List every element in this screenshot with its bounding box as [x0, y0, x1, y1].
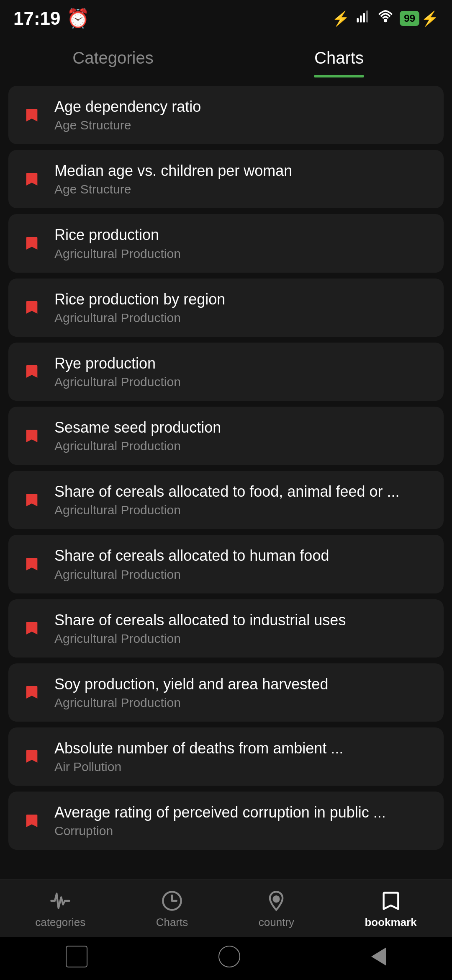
bookmark-icon [22, 809, 42, 833]
bookmark-icon [22, 359, 42, 384]
time-display: 17:19 [13, 8, 61, 29]
list-item[interactable]: Rice production Agricultural Production [8, 214, 444, 272]
nav-item-bookmark[interactable]: bookmark [365, 890, 416, 929]
chart-item-title: Share of cereals allocated to industrial… [54, 611, 346, 629]
chart-item-category: Agricultural Production [54, 247, 181, 261]
chart-item-title: Soy production, yield and area harvested [54, 675, 328, 693]
pulse-icon [49, 890, 71, 912]
location-icon [265, 890, 287, 912]
status-bar: 17:19 ⏰ ⚡ 99 ⚡ [0, 0, 452, 34]
svg-rect-1 [360, 15, 362, 23]
bookmark-icon [22, 167, 42, 191]
chart-item-category: Age Structure [54, 182, 292, 196]
system-nav-back[interactable] [371, 947, 386, 966]
tab-categories[interactable]: Categories [0, 42, 226, 77]
chart-icon [161, 890, 183, 912]
svg-point-4 [385, 20, 387, 22]
chart-item-category: Agricultural Production [54, 439, 221, 453]
list-item[interactable]: Median age vs. children per woman Age St… [8, 150, 444, 208]
chart-item-title: Rice production [54, 226, 181, 244]
chart-item-category: Agricultural Production [54, 567, 329, 582]
list-item[interactable]: Age dependency ratio Age Structure [8, 86, 444, 144]
top-tabs: Categories Charts [0, 34, 452, 77]
battery-charging-icon: ⚡ [421, 10, 439, 27]
bookmark-icon [22, 680, 42, 704]
chart-item-category: Agricultural Production [54, 503, 399, 517]
signal-icon [356, 9, 371, 28]
list-item[interactable]: Share of cereals allocated to human food… [8, 535, 444, 593]
bottom-nav: categories Charts country bookmark [0, 879, 452, 937]
svg-rect-0 [357, 18, 359, 23]
chart-item-category: Agricultural Production [54, 696, 328, 710]
svg-rect-2 [363, 13, 365, 23]
chart-item-title: Share of cereals allocated to food, anim… [54, 482, 399, 500]
chart-item-title: Age dependency ratio [54, 98, 201, 116]
chart-item-title: Sesame seed production [54, 418, 221, 436]
bookmark-icon [22, 552, 42, 576]
chart-item-category: Agricultural Production [54, 375, 181, 389]
bookmark-icon [22, 295, 42, 320]
chart-item-title: Rice production by region [54, 290, 225, 308]
chart-item-title: Absolute number of deaths from ambient .… [54, 739, 343, 757]
system-nav-bar [0, 937, 452, 980]
list-item[interactable]: Rice production by region Agricultural P… [8, 279, 444, 337]
chart-list-content: Age dependency ratio Age Structure Media… [0, 77, 452, 879]
bookmark-icon [22, 616, 42, 640]
tab-charts[interactable]: Charts [226, 42, 452, 77]
chart-item-category: Air Pollution [54, 760, 343, 774]
battery-percent: 99 [400, 11, 419, 26]
svg-rect-3 [366, 10, 368, 23]
chart-item-category: Agricultural Production [54, 632, 346, 646]
nav-item-charts[interactable]: Charts [156, 890, 188, 929]
list-item[interactable]: Sesame seed production Agricultural Prod… [8, 407, 444, 465]
bookmark-icon [22, 424, 42, 448]
bookmark-nav-icon [380, 890, 402, 912]
nav-item-categories[interactable]: categories [35, 890, 85, 929]
bluetooth-icon: ⚡ [332, 10, 349, 27]
chart-item-category: Corruption [54, 824, 386, 838]
list-item[interactable]: Absolute number of deaths from ambient .… [8, 727, 444, 786]
bookmark-icon [22, 103, 42, 127]
chart-item-title: Rye production [54, 354, 181, 372]
list-item[interactable]: Rye production Agricultural Production [8, 343, 444, 401]
chart-item-category: Age Structure [54, 118, 201, 132]
chart-item-category: Agricultural Production [54, 311, 225, 325]
battery-container: 99 ⚡ [400, 10, 439, 27]
alarm-icon: ⏰ [67, 8, 90, 29]
system-nav-circle[interactable] [218, 946, 240, 967]
status-time-area: 17:19 ⏰ [13, 8, 90, 29]
list-item[interactable]: Average rating of perceived corruption i… [8, 792, 444, 850]
chart-item-title: Share of cereals allocated to human food [54, 547, 329, 565]
bookmark-icon [22, 744, 42, 769]
list-item[interactable]: Share of cereals allocated to food, anim… [8, 471, 444, 529]
bookmark-icon [22, 231, 42, 255]
nav-item-country[interactable]: country [259, 890, 294, 929]
bookmark-icon [22, 488, 42, 512]
chart-item-title: Median age vs. children per woman [54, 162, 292, 180]
list-item[interactable]: Soy production, yield and area harvested… [8, 663, 444, 722]
status-icons: ⚡ 99 ⚡ [332, 9, 439, 28]
wifi-icon [378, 9, 393, 28]
system-nav-square[interactable] [66, 946, 87, 967]
svg-point-6 [275, 897, 278, 900]
chart-item-title: Average rating of perceived corruption i… [54, 803, 386, 821]
list-item[interactable]: Share of cereals allocated to industrial… [8, 599, 444, 658]
